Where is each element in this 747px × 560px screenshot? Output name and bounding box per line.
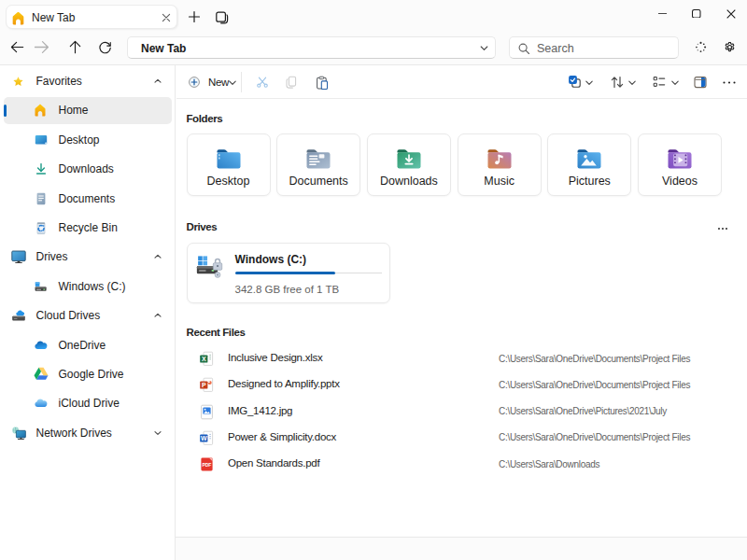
svg-text:PDF: PDF — [202, 463, 211, 469]
svg-text:P: P — [202, 382, 206, 388]
svg-text:X: X — [202, 356, 206, 362]
svg-text:W: W — [201, 435, 207, 441]
